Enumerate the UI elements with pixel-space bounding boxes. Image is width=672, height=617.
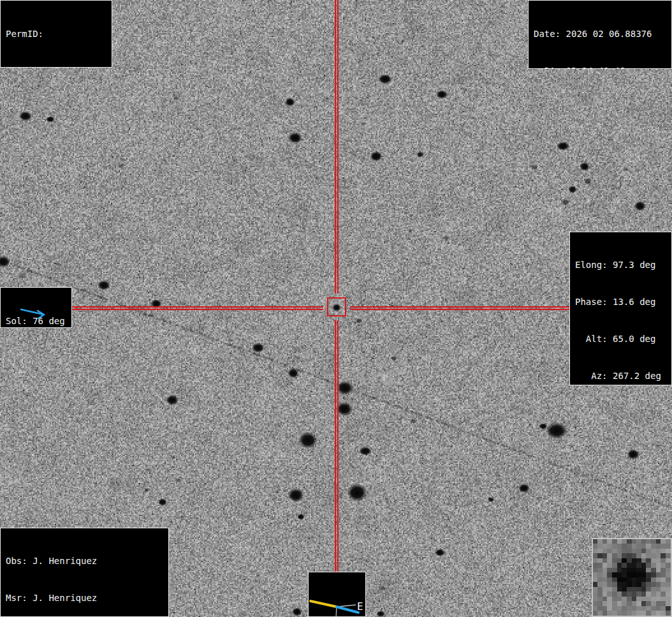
- row-provid: ProvID:C/2022 N2: [6, 65, 106, 68]
- observation-panel: Date:2026 02 06.88376 RA:03 24 48.46 Dec…: [528, 0, 672, 69]
- row-value: 13.6 deg: [613, 297, 655, 307]
- row-obs: Obs:J. Henriquez: [6, 555, 163, 567]
- motion-vector-icon: [337, 607, 358, 613]
- row-date: Date:2026 02 06.88376: [534, 28, 666, 40]
- row-alt: Alt:65.0 deg: [575, 333, 666, 345]
- row-value: 2026 02 06.88376: [566, 29, 652, 39]
- row-az: Az:267.2 deg: [575, 370, 666, 382]
- sun-vector-icon: [310, 601, 337, 607]
- row-value: J. Henriquez: [33, 593, 97, 603]
- row-label: Date:: [534, 28, 560, 40]
- row-label: Alt:: [575, 333, 608, 345]
- target-stamp-canvas: [593, 539, 671, 616]
- row-label: PermID:: [6, 28, 43, 40]
- target-zoom-inset: [592, 538, 672, 617]
- observer-panel: Obs:J. Henriquez Msr:J. Henriquez Stn:J5…: [0, 528, 169, 617]
- row-ra: RA:03 24 48.46: [534, 65, 666, 69]
- row-value: 65.0 deg: [613, 334, 655, 344]
- row-value: J. Henriquez: [33, 556, 97, 566]
- row-label: Phase:: [575, 296, 608, 308]
- row-elong: Elong:97.3 deg: [575, 259, 666, 271]
- sun-direction-arrow-icon: [15, 304, 55, 322]
- east-label: E: [357, 600, 363, 613]
- row-value: 97.3 deg: [613, 260, 655, 270]
- north-axis-line: [335, 607, 337, 617]
- row-value: 03 24 48.46: [566, 66, 625, 69]
- row-value: 267.2 deg: [613, 371, 661, 381]
- row-msr: Msr:J. Henriquez: [6, 592, 163, 604]
- astro-image-viewer: PermID: ProvID:C/2022 N2 TrkSub: Speed:0…: [0, 0, 672, 617]
- sun-angle-panel: Sol:76 deg: [0, 287, 72, 328]
- row-label: Elong:: [575, 259, 608, 271]
- row-permid: PermID:: [6, 28, 106, 40]
- target-info-panel: PermID: ProvID:C/2022 N2 TrkSub: Speed:0…: [0, 0, 112, 68]
- row-value: C/2022 N2: [48, 66, 97, 68]
- row-label: Msr:: [6, 592, 27, 604]
- row-label: Az:: [575, 370, 608, 382]
- compass-panel: E N: [308, 572, 366, 617]
- row-phase: Phase:13.6 deg: [575, 296, 666, 308]
- row-label: RA:: [534, 65, 560, 69]
- row-label: ProvID:: [6, 65, 43, 68]
- row-label: Obs:: [6, 555, 27, 567]
- ephemeris-panel: Elong:97.3 deg Phase:13.6 deg Alt:65.0 d…: [569, 232, 672, 385]
